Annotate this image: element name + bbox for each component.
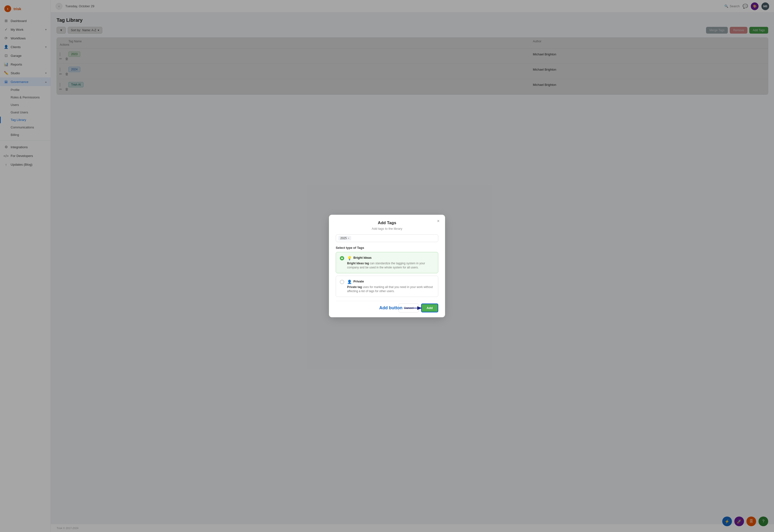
- add-button[interactable]: Add: [421, 303, 438, 312]
- tag-badge-value: 2025: [340, 236, 347, 240]
- modal-subtitle: Add tags to the library: [336, 227, 438, 230]
- bright-ideas-title: Bright Ideas: [353, 256, 372, 259]
- bright-ideas-radio[interactable]: [340, 256, 344, 260]
- modal-overlay[interactable]: × Add Tags Add tags to the library 2025 …: [0, 0, 774, 532]
- modal-actions: Cancel Add: [336, 301, 438, 312]
- private-title: Private: [353, 280, 364, 283]
- tag-badge: 2025 ×: [338, 236, 351, 240]
- private-radio[interactable]: [340, 280, 344, 284]
- tag-text-input[interactable]: [353, 236, 436, 240]
- bright-ideas-option[interactable]: 💡 Bright Ideas Bright Ideas tag can stan…: [336, 252, 438, 273]
- modal-close-button[interactable]: ×: [435, 218, 441, 224]
- private-option[interactable]: 👤 Private Private tag uses for marking a…: [336, 276, 438, 297]
- private-desc: Private tag uses for marking all that yo…: [347, 285, 434, 293]
- tag-input-container: 2025 ×: [336, 234, 438, 242]
- private-icon: 👤: [347, 280, 352, 284]
- bright-ideas-desc: Bright Ideas tag can standardize the tag…: [347, 261, 434, 270]
- bright-ideas-icon: 💡: [347, 256, 352, 260]
- select-type-label: Select type of Tags: [336, 246, 438, 250]
- modal-title: Add Tags: [336, 221, 438, 225]
- private-bold: Private tag: [347, 285, 362, 289]
- add-tags-modal: × Add Tags Add tags to the library 2025 …: [329, 215, 445, 317]
- cancel-button[interactable]: Cancel: [399, 303, 418, 312]
- remove-tag-badge-button[interactable]: ×: [348, 237, 349, 240]
- bright-ideas-bold: Bright Ideas tag: [347, 262, 369, 265]
